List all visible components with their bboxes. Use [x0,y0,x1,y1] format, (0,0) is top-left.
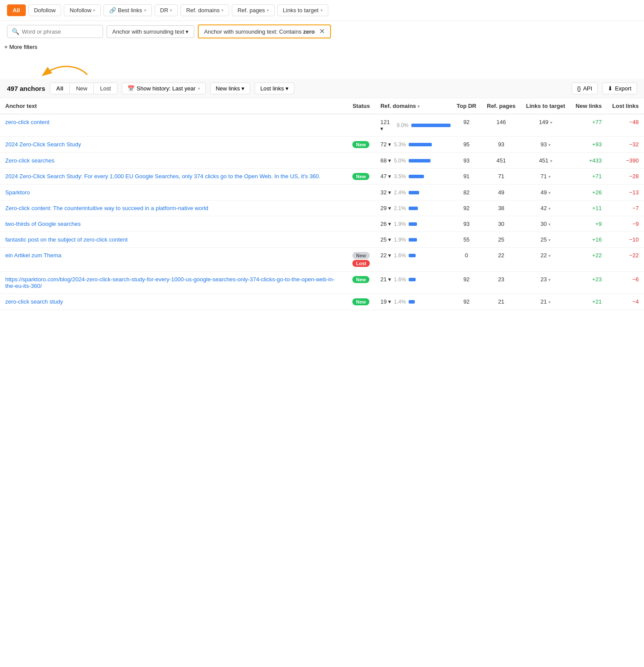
table-row: fantastic post on the subject of zero-cl… [0,232,644,248]
calendar-icon: 📅 [127,85,134,92]
links-dropdown-arrow[interactable]: ▾ [548,222,551,227]
lost-links-value: −22 [629,252,639,259]
anchor-link[interactable]: Sparktoro [5,189,30,196]
tab-lost[interactable]: Lost [94,83,117,94]
lost-links-button[interactable]: Lost links ▾ [255,83,294,94]
cell-new-links: +22 [570,248,607,272]
links-dropdown-arrow[interactable]: ▾ [548,238,551,242]
ref-domains-value: 19 ▾ [380,298,391,305]
filter-ref-domains[interactable]: Ref. domains ▾ [180,4,229,16]
links-dropdown-arrow[interactable]: ▾ [550,120,552,125]
anchor-link[interactable]: two-thirds of Google searches [5,221,81,227]
links-dropdown-arrow[interactable]: ▾ [548,206,551,211]
cell-status [347,114,375,137]
table-row: 2024 Zero-Click Search StudyNew72 ▾5.3%9… [0,137,644,153]
links-to-target-value: 42 [541,205,547,211]
anchor-link[interactable]: zero-click content [5,119,49,125]
more-filters-button[interactable]: + More filters [4,44,38,50]
search-input[interactable] [22,28,98,35]
tab-new[interactable]: New [70,83,94,94]
anchor-link[interactable]: zero-click search study [5,298,63,305]
cell-anchor-text: Zero-click content: The counterintuitive… [0,200,347,216]
cell-links-to-target: 93 ▾ [521,137,571,153]
table-row: 2024 Zero-Click Search Study: For every … [0,169,644,185]
cell-new-links: +21 [570,294,607,310]
cell-status: New [347,272,375,294]
cell-top-dr: 92 [451,114,482,137]
cell-status [347,200,375,216]
cell-anchor-text: two-thirds of Google searches [0,216,347,232]
ref-domains-value: 29 ▾ [380,205,391,211]
cell-ref-pages: 38 [482,200,521,216]
new-links-button[interactable]: New links ▾ [210,83,250,94]
table-row: ein Artikel zum ThemaNewLost22 ▾1.6%0222… [0,248,644,272]
cell-ref-domains: 121 ▾9.0% [375,114,451,137]
col-ref-domains[interactable]: Ref. domains ▾ [375,98,451,114]
links-to-target-value: 451 [539,157,548,164]
links-dropdown-arrow[interactable]: ▾ [548,300,551,304]
filter-links-to-target[interactable]: Links to target ▾ [277,4,328,16]
cell-ref-pages: 30 [482,216,521,232]
cell-ref-pages: 22 [482,248,521,272]
active-filter-label: Anchor with surrounding text: Contains z… [204,28,315,35]
lost-links-label: Lost links ▾ [260,85,289,92]
tab-all[interactable]: All [50,83,70,94]
anchor-link[interactable]: https://sparktoro.com/blog/2024-zero-cli… [5,276,334,289]
links-dropdown-arrow[interactable]: ▾ [548,277,551,282]
close-filter-button[interactable]: ✕ [319,28,325,35]
cell-top-dr: 95 [451,137,482,153]
api-button[interactable]: {} API [572,83,598,94]
links-dropdown-arrow[interactable]: ▾ [550,159,552,163]
bar-fill [409,238,417,242]
filter-nofollow[interactable]: Nofollow ▾ [64,4,101,16]
cell-status: NewLost [347,248,375,272]
cell-lost-links: −32 [607,137,644,153]
bar-fill [409,175,424,178]
lost-links-value: −13 [629,189,639,196]
bar-container [409,143,444,146]
ref-domains-value: 21 ▾ [380,276,391,283]
cell-new-links: +9 [570,216,607,232]
export-button[interactable]: ⬇ Export [602,83,637,94]
new-links-value: +433 [589,157,602,164]
table-row: zero-click search studyNew19 ▾1.4%922121… [0,294,644,310]
cell-ref-pages: 25 [482,232,521,248]
links-dropdown-arrow[interactable]: ▾ [548,174,551,179]
anchor-link[interactable]: ein Artikel zum Thema [5,252,61,259]
anchor-dropdown[interactable]: Anchor with surrounding text ▾ [107,25,194,38]
anchor-link[interactable]: fantastic post on the subject of zero-cl… [5,236,127,243]
links-to-target-value: 23 [541,276,547,283]
cell-new-links: +71 [570,169,607,185]
filter-dofollow[interactable]: Dofollow [28,4,62,16]
anchor-link[interactable]: 2024 Zero-Click Search Study [5,141,81,148]
ref-domains-value: 22 ▾ [380,252,391,259]
links-dropdown-arrow[interactable]: ▾ [548,253,551,258]
filter-ref-pages[interactable]: Ref. pages ▾ [232,4,275,16]
cell-ref-pages: 49 [482,185,521,200]
cell-status [347,153,375,169]
table-row: zero-click content121 ▾9.0%92146149 ▾+77… [0,114,644,137]
anchor-link[interactable]: Zero-click searches [5,157,55,164]
history-button[interactable]: 📅 Show history: Last year ▾ [122,83,206,94]
filter-best-links[interactable]: 🔗 Best links ▾ [103,4,152,16]
active-filter-tag: Anchor with surrounding text: Contains z… [198,24,331,38]
lost-links-value: −48 [629,119,639,125]
links-to-target-value: 71 [541,173,547,180]
cell-anchor-text: https://sparktoro.com/blog/2024-zero-cli… [0,272,347,294]
cell-top-dr: 92 [451,272,482,294]
new-links-value: +11 [592,205,602,211]
new-links-value: +9 [595,221,602,227]
links-dropdown-arrow[interactable]: ▾ [548,142,551,147]
filter-all[interactable]: All [7,4,26,16]
anchor-link[interactable]: 2024 Zero-Click Search Study: For every … [5,173,320,180]
cell-anchor-text: zero-click search study [0,294,347,310]
api-label: API [583,85,592,92]
anchor-link[interactable]: Zero-click content: The counterintuitive… [5,205,208,211]
filter-dr[interactable]: DR ▾ [155,4,178,16]
status-badge-new: New [352,141,369,148]
cell-new-links: +23 [570,272,607,294]
bar-container [409,175,444,178]
cell-top-dr: 93 [451,153,482,169]
ref-domains-value: 32 ▾ [380,189,391,196]
links-dropdown-arrow[interactable]: ▾ [548,190,551,195]
